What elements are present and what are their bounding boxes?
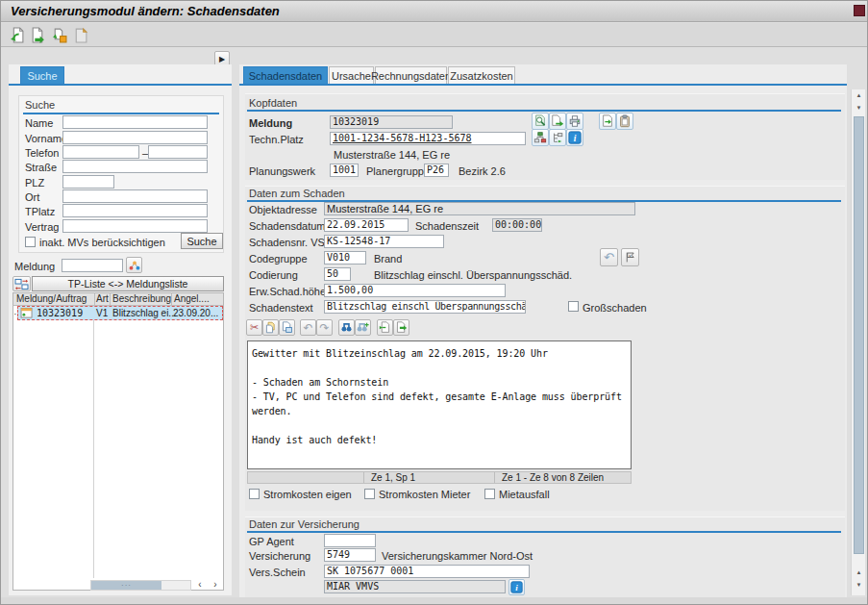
h-scroll-right-button[interactable]: › [209, 580, 222, 591]
vertrag-field[interactable] [62, 219, 208, 233]
find-icon[interactable] [338, 319, 355, 336]
erw-schadhoehe-label: Erw.Schad.höhe [249, 286, 326, 297]
telefon-field-2[interactable] [148, 145, 208, 159]
tab-rechnungsdaten[interactable]: Rechnungsdaten [375, 66, 447, 84]
miar-info-icon[interactable]: i [508, 579, 525, 595]
vorname-field[interactable] [62, 131, 208, 144]
versicherung-label: Versicherung [249, 550, 310, 562]
col-meldung-auftrag[interactable]: Meldung/Auftrag [16, 293, 87, 304]
document-status-icon[interactable] [49, 25, 68, 44]
h-scrollbar-thumb[interactable]: ··· [91, 581, 161, 590]
window-corner-icon[interactable] [854, 5, 865, 16]
ort-field[interactable] [62, 189, 208, 203]
gp-agent-field[interactable] [324, 534, 376, 547]
row-beschreibung: Blitzschlag ei... [112, 308, 177, 318]
tp-liste-toggle-button[interactable]: TP-Liste <-> Meldungsliste [32, 276, 224, 291]
vorname-label: Vorname [25, 133, 67, 144]
h-scrollbar[interactable]: ··· [90, 580, 191, 591]
codegruppe-field[interactable]: V010 [324, 251, 366, 265]
schadensnr-label: Schadensnr. VS [249, 237, 325, 248]
display-object-icon[interactable] [532, 113, 549, 130]
schadenstext-label: Schadenstext [249, 302, 313, 314]
name-field[interactable] [62, 115, 208, 129]
import-document-icon[interactable] [7, 25, 26, 44]
versicherung-field[interactable]: 5749 [324, 548, 376, 562]
info-icon[interactable]: i [566, 129, 583, 146]
stromkosten-mieter-label: Stromkosten Mieter [379, 489, 470, 500]
left-tab-underline [9, 84, 232, 86]
v-scrollbar-thumb[interactable] [854, 116, 864, 554]
hierarchy-icon[interactable] [549, 129, 566, 146]
schadensnr-field[interactable]: KS-12548-17 [324, 235, 444, 248]
strasse-field[interactable] [62, 160, 208, 173]
flag-icon[interactable]: a [621, 248, 639, 266]
v-scrollbar[interactable]: ▲ ▼ ▲ ▼ [851, 89, 865, 595]
collapse-arrow-icon: ▶ [219, 55, 225, 63]
kopfdaten-title: Kopfdaten [249, 97, 297, 109]
col-angelegt[interactable]: Angel.... [174, 293, 210, 304]
stromkosten-mieter-checkbox[interactable] [364, 489, 375, 499]
v-scroll-down-button[interactable]: ▼ [853, 102, 865, 113]
telefon-field-1[interactable] [62, 145, 139, 159]
redo-text-icon[interactable]: ↷ [316, 319, 333, 336]
import-text-icon[interactable] [377, 319, 393, 336]
codierung-text: Blitzschlag einschl. Überspannungsschäd. [374, 269, 572, 281]
copy-icon[interactable] [262, 319, 279, 336]
grossschaden-checkbox[interactable] [568, 301, 579, 312]
versicherung-underline [247, 531, 841, 533]
column-divider [93, 306, 94, 578]
planungswerk-field[interactable]: 1001 [330, 164, 359, 177]
export-document-icon[interactable] [28, 25, 47, 44]
planergruppe-label: Planergruppe [366, 165, 430, 177]
grossschaden-label: Großschaden [583, 302, 647, 314]
clipboard-icon[interactable] [616, 113, 633, 130]
tab-schadensdaten[interactable]: Schadensdaten [243, 66, 328, 84]
h-scroll-left-button[interactable]: ‹ [193, 580, 207, 591]
stromkosten-eigen-checkbox[interactable] [249, 489, 260, 499]
planergruppe-field[interactable]: P26 [424, 164, 449, 177]
window-bottom-strip [1, 597, 868, 605]
tab-zusatzkosten[interactable]: Zusatzkosten [448, 66, 515, 84]
longtext-editor[interactable]: Gewitter mit Blitzeinschlag am 22.09.201… [247, 340, 632, 469]
tab-suche[interactable]: Suche [20, 66, 64, 84]
schadenstext-field[interactable]: Blitzschlag einschl Überspannungsschäd. [324, 300, 526, 314]
table-row[interactable]: 10323019 V1 Blitzschlag ei... 23.09.20..… [17, 306, 223, 320]
codegruppe-label: Codegruppe [249, 253, 308, 265]
technplatz-field[interactable]: 1001-1234-5678-H123-5678 [330, 132, 526, 145]
miar-field: MIAR VMVS [324, 580, 506, 593]
undo-icon[interactable]: ↶ [600, 248, 618, 266]
data-transfer-icon[interactable] [599, 113, 616, 130]
editor-status-bar: Ze 1, Sp 1 Ze 1 - Ze 8 von 8 Zeilen [247, 471, 632, 484]
mietausfall-label: Mietausfall [499, 489, 550, 500]
plz-field[interactable] [62, 175, 114, 189]
schadensdatum-field[interactable]: 22.09.2015 [324, 218, 409, 232]
longtext-content[interactable]: Gewitter mit Blitzeinschlag am 22.09.201… [248, 341, 631, 452]
copy-document-icon[interactable] [70, 25, 89, 44]
v-scroll-down-button-2[interactable]: ▼ [853, 579, 865, 591]
paste-icon[interactable] [279, 319, 295, 336]
print-icon[interactable] [566, 113, 583, 130]
codierung-field[interactable]: 50 [324, 267, 351, 281]
v-scroll-up-button-2[interactable]: ▲ [853, 567, 865, 578]
col-art[interactable]: Art [96, 293, 109, 304]
versschein-field[interactable]: SK 1075677 0001 [324, 565, 530, 578]
erw-schadhoehe-field[interactable]: 1.500,00 [324, 284, 506, 297]
v-scroll-up-button[interactable]: ▲ [853, 89, 865, 101]
col-beschreibung[interactable]: Beschreibung [112, 293, 171, 304]
versicherung-text: Versicherungskammer Nord-Ost [382, 550, 533, 562]
inakt-mvs-checkbox[interactable] [25, 237, 36, 247]
document-flow-icon[interactable] [549, 113, 566, 130]
mietausfall-checkbox[interactable] [484, 489, 495, 499]
tab-ursache[interactable]: Ursache [329, 66, 374, 84]
tplatz-field[interactable] [62, 204, 208, 217]
export-text-icon[interactable] [393, 319, 409, 336]
worklist-icon[interactable] [126, 257, 142, 273]
find-next-icon[interactable] [355, 319, 371, 336]
swap-list-icon[interactable] [12, 276, 31, 291]
meldung-quick-field[interactable] [62, 259, 123, 272]
search-button[interactable]: Suche [181, 233, 223, 249]
structure-icon[interactable] [532, 129, 549, 146]
technplatz-label: Techn.Platz [249, 134, 304, 145]
cut-icon[interactable]: ✂ [246, 319, 262, 336]
undo-text-icon[interactable]: ↶ [300, 319, 316, 336]
